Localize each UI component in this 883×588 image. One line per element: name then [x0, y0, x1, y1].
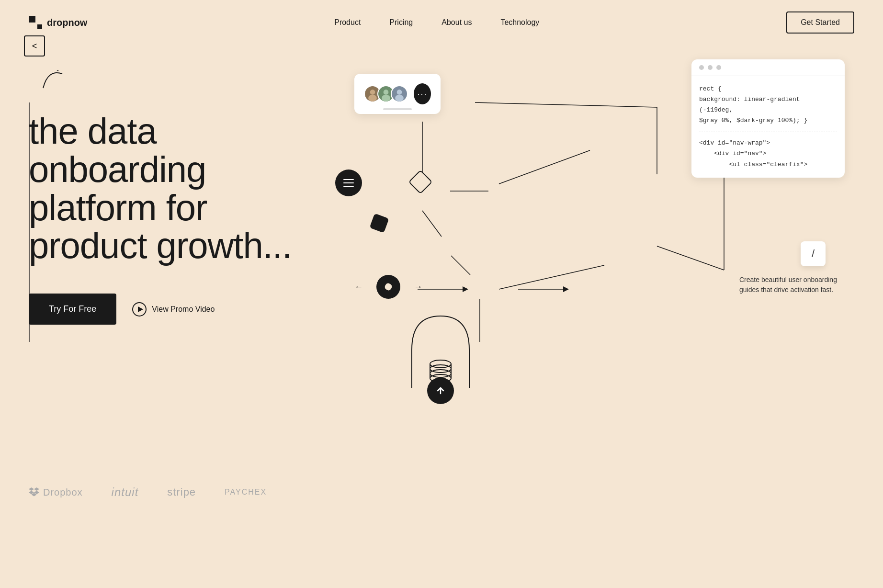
intuit-label: intuit — [112, 486, 139, 499]
view-promo-video-button[interactable]: View Promo Video — [132, 302, 215, 317]
slash-symbol: / — [812, 248, 815, 260]
upload-node — [427, 377, 454, 404]
svg-point-28 — [430, 370, 451, 377]
card-bottom-decoration — [383, 108, 412, 110]
svg-line-12 — [499, 265, 604, 289]
navbar: dropnow Product Pricing About us Technol… — [0, 0, 883, 45]
slash-card: / — [801, 241, 826, 266]
hero-actions: Try For Free View Promo Video — [29, 294, 316, 325]
hero-section: < - the data onboarding platform for pro… — [0, 45, 883, 476]
svg-line-3 — [475, 102, 657, 107]
code-card: rect { background: linear-gradient (-119… — [691, 59, 845, 178]
cube-node — [369, 213, 390, 234]
svg-point-23 — [397, 90, 402, 95]
paychex-label: PAYCHEX — [225, 488, 267, 497]
cursor-node — [376, 275, 400, 299]
nav-about[interactable]: About us — [442, 18, 472, 26]
code-line-7: <ul class="clearfix"> — [699, 159, 837, 170]
dropbox-icon — [29, 487, 39, 497]
menu-node — [335, 170, 362, 196]
dropbox-label: Dropbox — [43, 487, 83, 498]
nav-pricing[interactable]: Pricing — [389, 18, 413, 26]
users-count-node: ··· — [414, 83, 431, 104]
svg-line-8 — [422, 211, 442, 237]
menu-lines-icon — [343, 179, 354, 187]
get-started-button[interactable]: Get Started — [786, 11, 854, 34]
brand-name: dropnow — [47, 17, 87, 28]
nav-technology[interactable]: Technology — [500, 18, 539, 26]
avatars-group — [364, 85, 408, 102]
hero-left: < - the data onboarding platform for pro… — [29, 55, 316, 447]
svg-point-18 — [368, 95, 377, 102]
svg-rect-25 — [369, 213, 389, 233]
back-button[interactable]: < — [24, 35, 45, 57]
code-line-6: <div id="nav"> — [699, 148, 837, 159]
code-line-5: <div id="nav-wrap"> — [699, 138, 837, 148]
nav-links: Product Pricing About us Technology — [334, 18, 539, 27]
code-line-3: (-119deg, — [699, 105, 837, 115]
logo-icon — [29, 16, 42, 29]
svg-line-9 — [451, 256, 470, 275]
svg-marker-34 — [29, 487, 34, 491]
nav-product[interactable]: Product — [334, 18, 361, 26]
svg-line-15 — [657, 246, 724, 270]
window-dot-3 — [716, 65, 721, 70]
play-icon — [132, 302, 147, 317]
code-line-2: background: linear-gradient — [699, 94, 837, 105]
arrow-right-icon: → — [414, 282, 422, 292]
avatar-3 — [391, 85, 408, 102]
hero-diagram: ··· rect { background: linear-gradient (… — [316, 55, 854, 447]
svg-point-20 — [384, 90, 389, 95]
svg-marker-2 — [138, 306, 143, 312]
svg-line-7 — [499, 150, 590, 184]
onboarding-description: Create beautiful user onboarding guides … — [739, 275, 845, 295]
code-card-header — [691, 59, 845, 76]
arch-section — [393, 302, 488, 399]
window-dot-1 — [699, 65, 704, 70]
logos-bar: Dropbox intuit stripe PAYCHEX — [0, 476, 883, 518]
svg-point-30 — [430, 360, 451, 368]
user-avatars-card: ··· — [354, 74, 441, 114]
try-for-free-button[interactable]: Try For Free — [29, 294, 116, 325]
intuit-logo: intuit — [112, 486, 139, 499]
dropbox-logo: Dropbox — [29, 487, 83, 498]
curve-mark-icon: - — [38, 64, 67, 93]
code-card-body: rect { background: linear-gradient (-119… — [691, 76, 845, 178]
stripe-label: stripe — [167, 486, 196, 498]
svg-point-17 — [370, 90, 375, 95]
svg-point-27 — [430, 365, 451, 373]
svg-point-24 — [395, 95, 404, 102]
stripe-logo: stripe — [167, 486, 196, 498]
code-line-1: rect { — [699, 84, 837, 94]
diamond-shape — [408, 170, 433, 194]
cursor-icon — [383, 282, 394, 292]
svg-rect-26 — [384, 282, 393, 291]
svg-point-21 — [382, 95, 390, 102]
arrow-left-icon: ← — [354, 282, 363, 292]
upload-icon — [435, 385, 446, 396]
cube-icon — [369, 213, 390, 234]
svg-text:-: - — [57, 67, 59, 74]
cursor-area: ← → — [354, 275, 422, 299]
code-divider — [699, 132, 837, 132]
paychex-logo: PAYCHEX — [225, 488, 267, 497]
hero-heading: the data onboarding platform for product… — [29, 112, 316, 265]
logo[interactable]: dropnow — [29, 16, 87, 29]
svg-marker-35 — [34, 487, 39, 491]
diamond-node — [412, 173, 429, 191]
code-line-4: $gray 0%, $dark-gray 100%); } — [699, 115, 837, 126]
window-dot-2 — [708, 65, 713, 70]
